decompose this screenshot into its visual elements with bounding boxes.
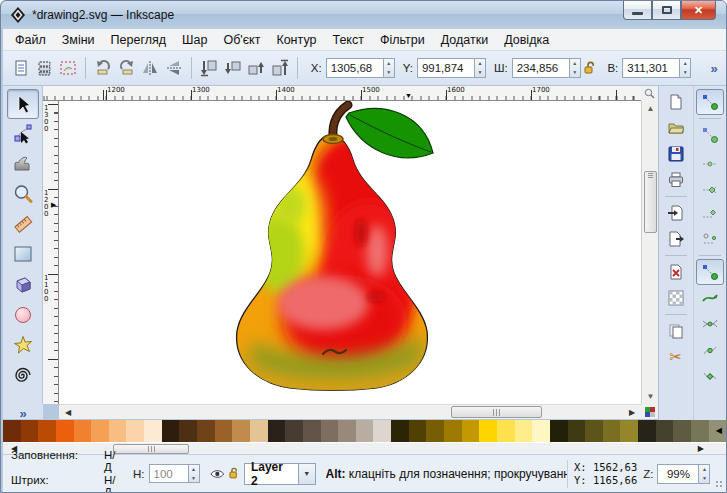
menu-layer[interactable]: Шар [174,30,215,50]
palette-swatch[interactable] [691,420,709,442]
palette-swatch[interactable] [126,420,144,442]
print-button[interactable] [662,167,690,193]
pattern-button[interactable] [662,285,690,311]
color-management-button[interactable] [641,404,658,419]
deselect-button[interactable] [58,55,80,81]
palette-swatch[interactable] [550,420,568,442]
palette-swatch[interactable] [620,420,638,442]
maximize-button[interactable] [652,1,681,20]
palette-swatch[interactable] [426,420,444,442]
palette-swatch[interactable] [303,420,321,442]
scroll-up-arrow[interactable]: ▲ [642,101,659,116]
palette-swatch[interactable] [162,420,180,442]
palette-swatch[interactable] [656,420,674,442]
minimize-button[interactable] [623,1,652,20]
palette-swatch[interactable] [197,420,215,442]
zoom-field[interactable]: 99% [657,464,699,484]
opacity-spinner[interactable]: ▲▼ [189,464,200,483]
scroll-right-arrow[interactable]: ▶ [625,405,639,420]
snap-paths-button[interactable] [696,285,724,311]
layer-selector[interactable]: Layer 2 ▼ [244,463,316,485]
rotate-ccw-button[interactable] [92,55,114,81]
y-field[interactable]: 991,874 [417,58,475,78]
palette-swatch[interactable] [373,420,391,442]
palette-swatch[interactable] [321,420,339,442]
vertical-ruler[interactable]: 1300 1200 1100 [43,101,59,404]
menu-filters[interactable]: Фільтри [372,30,433,50]
palette-swatch[interactable] [144,420,162,442]
snap-bbox-button[interactable] [696,122,724,148]
vertical-scrollbar-thumb[interactable] [644,171,657,233]
save-button[interactable] [662,141,690,167]
palette-swatch[interactable] [497,420,515,442]
new-document-button[interactable] [662,89,690,115]
rectangle-tool-button[interactable] [7,239,39,269]
measure-tool-button[interactable] [7,209,39,239]
flip-horizontal-button[interactable] [140,55,162,81]
lower-to-bottom-button[interactable] [198,55,220,81]
menu-file[interactable]: Файл [7,30,54,50]
lower-button[interactable] [222,55,244,81]
rotate-cw-button[interactable] [116,55,138,81]
snap-bbox-centers-button[interactable] [696,226,724,252]
menu-extensions[interactable]: Додатки [433,30,496,50]
zoom-spinner[interactable]: ▲▼ [699,464,710,484]
x-field[interactable]: 1305,68 [326,58,384,78]
cut-button[interactable]: ✂ [662,344,690,370]
toolbar-overflow-button[interactable]: » [703,55,725,81]
palette-swatch[interactable] [232,420,250,442]
palette-swatch[interactable] [179,420,197,442]
spiral-tool-button[interactable] [7,360,39,390]
palette-swatch[interactable] [673,420,691,442]
ellipse-tool-button[interactable] [7,300,39,330]
fill-stroke-indicator[interactable]: Заповнення: Н/Д Штрих: Н/Д [3,449,119,493]
menu-object[interactable]: Об'єкт [215,30,268,50]
select-all-button[interactable] [10,55,32,81]
palette-swatch[interactable] [109,420,127,442]
snap-bbox-corners-button[interactable] [696,174,724,200]
palette-swatch[interactable] [74,420,92,442]
menu-view[interactable]: Перегляд [103,30,174,50]
snap-bbox-midpoints-button[interactable] [696,200,724,226]
select-all-layers-button[interactable] [34,55,56,81]
palette-swatch[interactable] [585,420,603,442]
palette-swatch[interactable] [3,420,21,442]
palette-swatch[interactable] [603,420,621,442]
palette-swatch[interactable] [56,420,74,442]
copy-button[interactable] [662,318,690,344]
palette-swatch[interactable] [444,420,462,442]
palette-scrollbar-thumb[interactable] [113,444,189,454]
layer-visibility-eye-icon[interactable] [210,468,225,480]
height-field-spinner[interactable]: ▲▼ [680,58,691,78]
box3d-tool-button[interactable] [7,269,39,299]
snap-enable-button[interactable] [696,89,724,115]
width-field-spinner[interactable]: ▲▼ [570,58,581,78]
palette-swatch[interactable] [91,420,109,442]
width-field[interactable]: 234,856 [512,58,570,78]
resize-grip[interactable] [714,455,726,492]
vertical-scrollbar[interactable]: ▲ ▼ [641,101,658,404]
menu-edit[interactable]: Зміни [54,30,103,50]
snap-cusp-nodes-button[interactable] [696,337,724,363]
palette-swatch[interactable] [38,420,56,442]
palette-swatch[interactable] [285,420,303,442]
snap-bbox-edges-button[interactable] [696,148,724,174]
palette-swatch[interactable] [462,420,480,442]
palette-swatch[interactable] [568,420,586,442]
snap-nodes-button[interactable] [696,259,724,285]
y-field-spinner[interactable]: ▲▼ [475,58,486,78]
x-field-spinner[interactable]: ▲▼ [384,58,395,78]
menu-path[interactable]: Контур [268,30,324,50]
export-button[interactable] [662,226,690,252]
palette-swatch[interactable] [338,420,356,442]
palette-swatch[interactable] [515,420,533,442]
opacity-field[interactable]: 100 [149,464,189,483]
palette-swatch[interactable] [479,420,497,442]
open-button[interactable] [662,115,690,141]
menu-help[interactable]: Довідка [496,30,557,50]
ruler-corner-button[interactable] [641,86,658,101]
titlebar[interactable]: *drawing2.svg — Inkscape ✕ [1,1,727,29]
palette-swatch[interactable] [21,420,39,442]
raise-button[interactable] [245,55,267,81]
chevron-right-icon[interactable]: » [19,406,26,421]
